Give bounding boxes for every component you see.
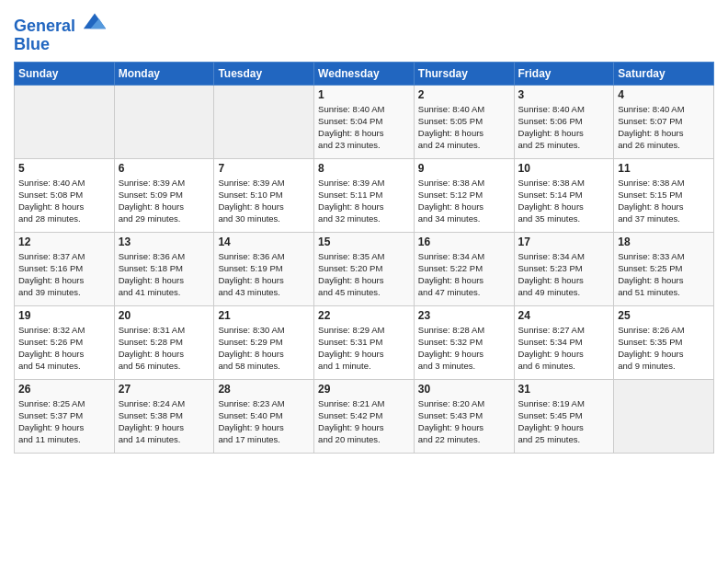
weekday-header-thursday: Thursday [414,62,514,85]
day-number: 25 [618,309,710,322]
day-info: Sunrise: 8:25 AM Sunset: 5:37 PM Dayligh… [18,397,110,446]
day-info: Sunrise: 8:38 AM Sunset: 5:15 PM Dayligh… [618,177,710,225]
day-info: Sunrise: 8:28 AM Sunset: 5:32 PM Dayligh… [418,324,510,373]
day-info: Sunrise: 8:30 AM Sunset: 5:29 PM Dayligh… [218,324,310,373]
day-number: 11 [618,162,710,175]
weekday-header-tuesday: Tuesday [214,62,314,85]
day-info: Sunrise: 8:20 AM Sunset: 5:43 PM Dayligh… [418,397,510,446]
calendar-cell: 30Sunrise: 8:20 AM Sunset: 5:43 PM Dayli… [414,379,514,453]
day-number: 5 [18,162,110,175]
day-number: 12 [18,236,110,248]
day-info: Sunrise: 8:32 AM Sunset: 5:26 PM Dayligh… [18,324,110,373]
day-number: 17 [518,236,610,248]
day-number: 14 [218,236,310,248]
calendar-cell: 29Sunrise: 8:21 AM Sunset: 5:42 PM Dayli… [314,379,415,453]
calendar-cell: 31Sunrise: 8:19 AM Sunset: 5:45 PM Dayli… [514,379,614,453]
calendar-cell: 20Sunrise: 8:31 AM Sunset: 5:28 PM Dayli… [114,305,214,379]
day-info: Sunrise: 8:39 AM Sunset: 5:09 PM Dayligh… [119,177,210,225]
day-number: 16 [418,236,510,248]
day-info: Sunrise: 8:27 AM Sunset: 5:34 PM Dayligh… [518,324,610,373]
day-info: Sunrise: 8:19 AM Sunset: 5:45 PM Dayligh… [518,397,610,446]
calendar-cell: 24Sunrise: 8:27 AM Sunset: 5:34 PM Dayli… [514,305,614,379]
day-number: 9 [418,162,510,175]
day-info: Sunrise: 8:26 AM Sunset: 5:35 PM Dayligh… [618,324,710,373]
calendar-cell: 14Sunrise: 8:36 AM Sunset: 5:19 PM Dayli… [214,232,314,305]
day-info: Sunrise: 8:29 AM Sunset: 5:31 PM Dayligh… [318,324,410,373]
calendar-cell: 8Sunrise: 8:39 AM Sunset: 5:11 PM Daylig… [314,158,415,232]
calendar-cell [214,85,314,158]
day-info: Sunrise: 8:34 AM Sunset: 5:22 PM Dayligh… [418,250,510,299]
day-number: 8 [318,162,410,175]
calendar-cell: 3Sunrise: 8:40 AM Sunset: 5:06 PM Daylig… [514,85,614,158]
day-number: 29 [318,383,410,396]
calendar-cell: 16Sunrise: 8:34 AM Sunset: 5:22 PM Dayli… [414,232,514,305]
day-number: 15 [318,236,410,248]
weekday-header-saturday: Saturday [614,62,714,85]
day-info: Sunrise: 8:38 AM Sunset: 5:14 PM Dayligh… [518,177,610,225]
day-number: 13 [119,236,210,248]
logo-blue-text: Blue [14,35,50,53]
day-number: 6 [119,162,210,175]
calendar-cell: 25Sunrise: 8:26 AM Sunset: 5:35 PM Dayli… [614,305,714,379]
day-number: 30 [418,383,510,396]
day-number: 18 [618,236,710,248]
weekday-header-friday: Friday [514,62,614,85]
week-row-5: 26Sunrise: 8:25 AM Sunset: 5:37 PM Dayli… [15,379,714,453]
calendar-cell: 28Sunrise: 8:23 AM Sunset: 5:40 PM Dayli… [214,379,314,453]
day-info: Sunrise: 8:24 AM Sunset: 5:38 PM Dayligh… [119,397,210,446]
day-number: 26 [18,383,110,396]
day-info: Sunrise: 8:21 AM Sunset: 5:42 PM Dayligh… [318,397,410,446]
calendar-cell: 5Sunrise: 8:40 AM Sunset: 5:08 PM Daylig… [15,158,115,232]
calendar-body: 1Sunrise: 8:40 AM Sunset: 5:04 PM Daylig… [15,85,714,453]
week-row-4: 19Sunrise: 8:32 AM Sunset: 5:26 PM Dayli… [15,305,714,379]
calendar-cell: 13Sunrise: 8:36 AM Sunset: 5:18 PM Dayli… [114,232,214,305]
calendar-cell [114,85,214,158]
calendar-cell [614,379,714,453]
day-number: 21 [218,309,310,322]
day-number: 19 [18,309,110,322]
main-container: General Blue SundayMondayTuesdayWednesda… [0,0,728,463]
day-number: 7 [218,162,310,175]
day-number: 2 [418,88,510,101]
day-info: Sunrise: 8:38 AM Sunset: 5:12 PM Dayligh… [418,177,510,225]
calendar-cell: 12Sunrise: 8:37 AM Sunset: 5:16 PM Dayli… [15,232,115,305]
day-number: 22 [318,309,410,322]
week-row-2: 5Sunrise: 8:40 AM Sunset: 5:08 PM Daylig… [15,158,714,232]
calendar-cell: 7Sunrise: 8:39 AM Sunset: 5:10 PM Daylig… [214,158,314,232]
calendar-cell: 15Sunrise: 8:35 AM Sunset: 5:20 PM Dayli… [314,232,415,305]
calendar-cell: 1Sunrise: 8:40 AM Sunset: 5:04 PM Daylig… [314,85,415,158]
day-info: Sunrise: 8:36 AM Sunset: 5:18 PM Dayligh… [119,250,210,299]
day-number: 27 [119,383,210,396]
week-row-1: 1Sunrise: 8:40 AM Sunset: 5:04 PM Daylig… [15,85,714,158]
day-number: 4 [618,88,710,101]
calendar-cell: 4Sunrise: 8:40 AM Sunset: 5:07 PM Daylig… [614,85,714,158]
day-info: Sunrise: 8:40 AM Sunset: 5:06 PM Dayligh… [518,103,610,152]
day-info: Sunrise: 8:34 AM Sunset: 5:23 PM Dayligh… [518,250,610,299]
day-info: Sunrise: 8:36 AM Sunset: 5:19 PM Dayligh… [218,250,310,299]
calendar-table: SundayMondayTuesdayWednesdayThursdayFrid… [14,62,714,454]
calendar-cell: 21Sunrise: 8:30 AM Sunset: 5:29 PM Dayli… [214,305,314,379]
day-number: 24 [518,309,610,322]
day-info: Sunrise: 8:40 AM Sunset: 5:07 PM Dayligh… [618,103,710,152]
calendar-cell: 2Sunrise: 8:40 AM Sunset: 5:05 PM Daylig… [414,85,514,158]
day-info: Sunrise: 8:33 AM Sunset: 5:25 PM Dayligh… [618,250,710,299]
day-number: 31 [518,383,610,396]
calendar-cell: 6Sunrise: 8:39 AM Sunset: 5:09 PM Daylig… [114,158,214,232]
calendar-cell: 18Sunrise: 8:33 AM Sunset: 5:25 PM Dayli… [614,232,714,305]
calendar-cell: 26Sunrise: 8:25 AM Sunset: 5:37 PM Dayli… [15,379,115,453]
day-number: 20 [119,309,210,322]
day-info: Sunrise: 8:37 AM Sunset: 5:16 PM Dayligh… [18,250,110,299]
logo-text: General [14,9,108,36]
weekday-header-wednesday: Wednesday [314,62,415,85]
day-number: 10 [518,162,610,175]
day-info: Sunrise: 8:40 AM Sunset: 5:04 PM Dayligh… [318,103,410,152]
day-number: 1 [318,88,410,101]
calendar-cell: 19Sunrise: 8:32 AM Sunset: 5:26 PM Dayli… [15,305,115,379]
day-info: Sunrise: 8:39 AM Sunset: 5:11 PM Dayligh… [318,177,410,225]
day-number: 3 [518,88,610,101]
logo-general: General [14,17,75,35]
day-info: Sunrise: 8:35 AM Sunset: 5:20 PM Dayligh… [318,250,410,299]
calendar-cell: 17Sunrise: 8:34 AM Sunset: 5:23 PM Dayli… [514,232,614,305]
day-info: Sunrise: 8:39 AM Sunset: 5:10 PM Dayligh… [218,177,310,225]
calendar-cell: 11Sunrise: 8:38 AM Sunset: 5:15 PM Dayli… [614,158,714,232]
